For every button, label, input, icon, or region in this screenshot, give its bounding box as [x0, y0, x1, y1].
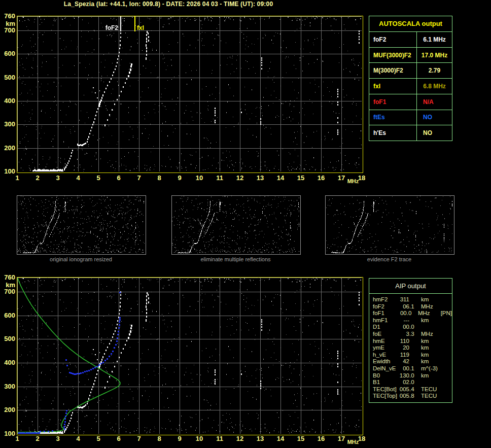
aip-row-extra [443, 386, 452, 393]
aip-row-value-int: 130 [398, 372, 409, 380]
aip-row-value-int: 005 [398, 386, 409, 393]
y-tick-label-chart0: 600 [1, 50, 15, 57]
autoscala-row-label: foF1 [369, 94, 417, 110]
aip-row-value-frac: .0 [409, 372, 415, 380]
x-tick-label-chart0: 3 [51, 175, 64, 182]
page-title: La_Spezia (lat: +44.1, lon: 009.8) - DAT… [0, 1, 337, 8]
x-axis-unit-chart0: MHz [345, 178, 361, 185]
aip-row-value-int: 20 [398, 344, 409, 352]
aip-row-label: B1 [369, 379, 398, 386]
x-tick-label-chart1: 4 [72, 435, 85, 442]
aip-row-10: DelN_vE00.1m^(-3) [369, 365, 452, 372]
aip-row-value-int: 005 [398, 393, 409, 400]
autoscala-row-3: fxI6.8 MHz [369, 79, 452, 94]
autoscala-row-label: fxI [369, 79, 417, 94]
main-ionogram-canvas [17, 16, 362, 171]
y-tick-label-chart1: 760 [1, 274, 15, 281]
aip-row-2: foF100.0MHz[PN] [369, 310, 452, 317]
aip-row-7: ymE20km [369, 344, 452, 352]
aip-row-extra [443, 324, 452, 331]
x-tick-label-chart0: 12 [233, 175, 247, 182]
aip-row-unit [415, 324, 443, 331]
x-tick-label-chart0: 14 [274, 175, 287, 182]
aip-row-label: hmF2 [369, 296, 398, 303]
thumbnail-original-canvas [17, 196, 145, 253]
aip-row-value-int: 06 [398, 303, 409, 311]
x-tick-label-chart0: 1 [11, 175, 24, 182]
aip-row-value-int: 3 [398, 331, 409, 338]
x-tick-label-chart1: 2 [31, 435, 44, 442]
aip-row-value-int: 00 [396, 310, 406, 317]
aip-row-9: Ewidth42km [369, 358, 452, 365]
thumbnail-evidence-f2 [325, 195, 454, 255]
autoscala-row-label: M(3000)F2 [369, 63, 417, 78]
aip-row-extra [443, 317, 452, 324]
aip-row-label: TEC[Bot] [369, 386, 398, 393]
aip-row-extra [443, 372, 452, 380]
y-tick-label-chart0: 700 [1, 27, 15, 34]
y-tick-label-chart0: 500 [1, 74, 15, 81]
aip-row-unit: km [415, 344, 443, 352]
aip-row-value-frac [409, 338, 415, 345]
aip-table: AIP output hmF2311kmfoF206.1MHzfoF100.0M… [369, 278, 452, 403]
aip-row-extra: [PN] [439, 310, 452, 317]
aip-row-0: hmF2311km [369, 296, 452, 303]
main-ionogram-panel [17, 16, 363, 173]
aip-row-3: hmF1---km [369, 317, 452, 324]
aip-row-value-frac: .0 [407, 310, 412, 317]
aip-row-12: B102.0 [369, 379, 452, 386]
x-tick-label-chart1: 7 [132, 435, 146, 442]
autoscala-row-label: ftEs [369, 110, 417, 125]
x-axis-unit-chart1: MHz [345, 438, 361, 445]
autoscala-table: AUTOSCALA output foF26.1 MHzMUF(3000)F21… [369, 16, 452, 141]
thumbnail-caption-eliminate: eliminate multiple reflections [171, 256, 300, 262]
aip-row-extra [443, 352, 452, 359]
x-tick-label-chart1: 9 [173, 435, 186, 442]
aip-row-unit: km [415, 296, 443, 303]
aip-row-unit: TECU [415, 393, 443, 400]
aip-row-label: h_vE [369, 352, 398, 359]
aip-row-5: foE3.3MHz [369, 331, 452, 338]
autoscala-row-4: foF1N/A [369, 94, 452, 110]
aip-row-label: Ewidth [369, 358, 398, 365]
thumbnail-eliminate-reflections [171, 195, 301, 255]
thumbnail-eliminate-canvas [172, 196, 299, 253]
y-tick-label-chart0: 200 [1, 145, 15, 152]
aip-row-14: TEC[Top]005.8TECU [369, 393, 452, 400]
aip-row-value-int: 42 [398, 358, 409, 365]
x-tick-label-chart0: 6 [112, 175, 125, 182]
autoscala-row-0: foF26.1 MHz [369, 32, 452, 48]
x-tick-label-chart1: 3 [51, 435, 64, 442]
aip-row-value-int: 119 [398, 352, 409, 359]
aip-row-label: hmF1 [369, 317, 398, 324]
aip-row-value-frac: .0 [409, 324, 415, 331]
aip-row-label: ymE [369, 344, 398, 352]
autoscala-row-value: 17.0 MHz [417, 48, 452, 63]
y-tick-label-chart1: 300 [1, 383, 15, 390]
x-tick-label-chart1: 13 [254, 435, 267, 442]
aip-row-8: h_vE119km [369, 352, 452, 359]
y-tick-label-chart0: 760 [1, 13, 15, 20]
aip-row-value-frac [409, 317, 415, 324]
x-tick-label-chart0: 15 [294, 175, 307, 182]
aip-row-extra [443, 331, 452, 338]
aip-row-value-frac [409, 344, 415, 352]
y-tick-label-chart1: 600 [1, 312, 15, 319]
x-tick-label-chart1: 10 [193, 435, 206, 442]
autoscala-row-label: MUF(3000)F2 [369, 48, 417, 63]
x-tick-label-chart1: 15 [294, 435, 307, 442]
aip-row-value-frac: .3 [409, 331, 415, 338]
x-tick-label-chart0: 7 [132, 175, 146, 182]
aip-row-value-int: 110 [398, 338, 409, 345]
aip-row-unit: km [415, 358, 443, 365]
autoscala-row-value: N/A [417, 94, 452, 110]
aip-row-13: TEC[Bot]005.4TECU [369, 386, 452, 393]
y-tick-label-chart1: 700 [1, 288, 15, 295]
aip-row-value-int: --- [398, 317, 409, 324]
x-tick-label-chart1: 14 [274, 435, 287, 442]
aip-row-extra [443, 338, 452, 345]
aip-row-value-int: 00 [398, 324, 409, 331]
autoscala-row-value: NO [417, 110, 452, 125]
aip-row-unit: km [415, 372, 443, 380]
x-tick-label-chart0: 13 [254, 175, 267, 182]
